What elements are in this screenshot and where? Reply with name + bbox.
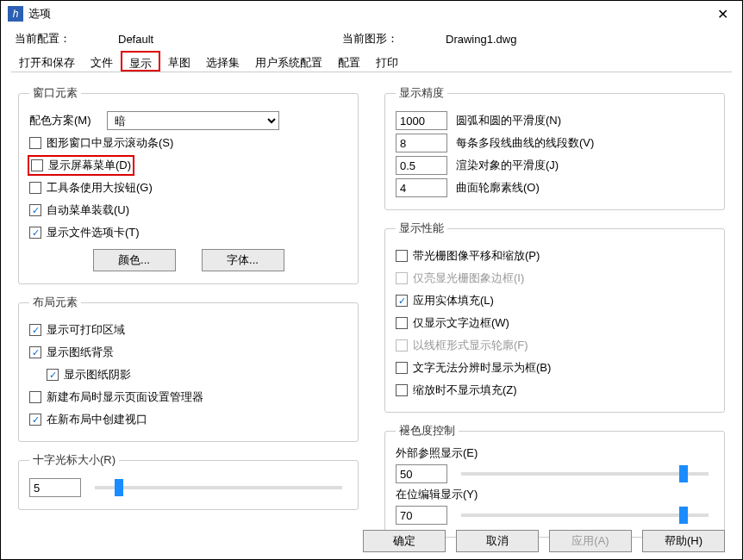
help-button[interactable]: 帮助(H): [642, 530, 725, 552]
text-as-frame-checkbox[interactable]: [396, 362, 408, 374]
tabs: 打开和保存 文件 显示 草图 选择集 用户系统配置 配置 打印: [1, 51, 742, 73]
raster-pan-label: 带光栅图像平移和缩放(P): [413, 248, 540, 264]
cancel-button[interactable]: 取消: [456, 530, 539, 552]
create-viewport-checkbox[interactable]: [29, 414, 41, 426]
text-frame-label: 仅显示文字边框(W): [413, 315, 509, 331]
tab-sketch[interactable]: 草图: [160, 51, 198, 72]
scrollbars-label: 图形窗口中显示滚动条(S): [47, 135, 173, 151]
ok-button[interactable]: 确定: [363, 530, 446, 552]
crosshair-input[interactable]: [29, 478, 81, 497]
xref-input[interactable]: [396, 464, 447, 483]
titlebar: h 选项 ✕: [1, 1, 742, 27]
page-setup-mgr-checkbox[interactable]: [29, 391, 41, 403]
paper-shadow-label: 显示图纸阴影: [64, 367, 131, 383]
printable-area-checkbox[interactable]: [29, 324, 41, 336]
raster-pan-checkbox[interactable]: [396, 250, 408, 262]
apply-button: 应用(A): [549, 530, 632, 552]
window-elements-group: 窗口元素 配色方案(M) 暗 图形窗口中显示滚动条(S) 显示屏幕菜单(D) 工…: [18, 85, 359, 284]
current-drawing-label: 当前图形：: [342, 31, 446, 47]
close-icon[interactable]: ✕: [709, 6, 735, 22]
paper-bg-checkbox[interactable]: [29, 346, 41, 358]
display-perf-legend: 显示性能: [396, 221, 447, 236]
file-tabs-label: 显示文件选项卡(T): [47, 225, 140, 240]
tab-user-system[interactable]: 用户系统配置: [247, 51, 330, 72]
text-frame-checkbox[interactable]: [396, 317, 408, 329]
right-column: 显示精度 圆弧和圆的平滑度(N) 每条多段线曲线的线段数(V) 渲染对象的平滑度…: [384, 82, 725, 548]
inplace-label: 在位编辑显示(Y): [396, 487, 714, 502]
tab-config[interactable]: 配置: [330, 51, 368, 72]
screen-menu-label: 显示屏幕菜单(D): [48, 158, 131, 173]
window-elements-legend: 窗口元素: [29, 85, 81, 101]
surface-contour-input[interactable]: [396, 178, 447, 197]
paper-bg-label: 显示图纸背景: [47, 345, 114, 360]
display-perf-group: 显示性能 带光栅图像平移和缩放(P) 仅亮显光栅图象边框(I) 应用实体填充(L…: [384, 221, 725, 413]
large-buttons-checkbox[interactable]: [29, 182, 41, 194]
render-smooth-input[interactable]: [396, 156, 447, 175]
render-smooth-label: 渲染对象的平滑度(J): [456, 158, 559, 173]
wireframe-checkbox: [396, 339, 408, 352]
printable-area-label: 显示可打印区域: [47, 322, 125, 338]
crosshair-group: 十字光标大小(R): [18, 452, 359, 510]
surface-contour-label: 曲面轮廓素线(O): [456, 180, 540, 196]
window-title: 选项: [28, 6, 709, 22]
no-fill-zoom-checkbox[interactable]: [396, 384, 408, 396]
tab-print[interactable]: 打印: [368, 51, 406, 72]
layout-elements-group: 布局元素 显示可打印区域 显示图纸背景 显示图纸阴影 新建布局时显示页面设置管理…: [18, 295, 359, 442]
tab-file[interactable]: 文件: [83, 51, 121, 72]
footer: 确定 取消 应用(A) 帮助(H): [363, 530, 725, 552]
font-button[interactable]: 字体...: [202, 249, 284, 271]
fade-legend: 褪色度控制: [396, 423, 459, 439]
no-fill-zoom-label: 缩放时不显示填充(Z): [413, 383, 517, 398]
color-scheme-select[interactable]: 暗: [107, 111, 279, 130]
solid-fill-checkbox[interactable]: [396, 295, 408, 307]
paper-shadow-checkbox[interactable]: [47, 369, 59, 381]
color-scheme-label: 配色方案(M): [29, 113, 107, 128]
config-row: 当前配置： Default 当前图形： Drawing1.dwg: [1, 27, 742, 51]
large-buttons-label: 工具条使用大按钮(G): [47, 180, 153, 196]
auto-menu-checkbox[interactable]: [29, 204, 41, 216]
arc-smooth-label: 圆弧和圆的平滑度(N): [456, 113, 561, 128]
page-setup-mgr-label: 新建布局时显示页面设置管理器: [47, 389, 203, 405]
arc-smooth-input[interactable]: [396, 111, 447, 130]
panel: 窗口元素 配色方案(M) 暗 图形窗口中显示滚动条(S) 显示屏幕菜单(D) 工…: [1, 73, 742, 557]
tab-display[interactable]: 显示: [121, 51, 160, 72]
solid-fill-label: 应用实体填充(L): [413, 293, 494, 308]
display-precision-legend: 显示精度: [396, 85, 447, 101]
highlight-raster-label: 仅亮显光栅图象边框(I): [413, 271, 524, 286]
file-tabs-checkbox[interactable]: [29, 227, 41, 239]
current-config-value: Default: [118, 33, 342, 46]
inplace-slider[interactable]: [461, 513, 709, 517]
auto-menu-label: 自动菜单装载(U): [47, 202, 129, 218]
current-config-label: 当前配置：: [15, 31, 118, 47]
current-drawing-value: Drawing1.dwg: [446, 33, 670, 46]
highlight-raster-checkbox: [396, 272, 408, 284]
tab-select-set[interactable]: 选择集: [198, 51, 247, 72]
crosshair-slider[interactable]: [95, 486, 342, 489]
layout-elements-legend: 布局元素: [29, 295, 81, 310]
tab-open-save[interactable]: 打开和保存: [11, 51, 83, 72]
polyline-segs-input[interactable]: [396, 134, 447, 152]
xref-label: 外部参照显示(E): [396, 445, 714, 461]
left-column: 窗口元素 配色方案(M) 暗 图形窗口中显示滚动条(S) 显示屏幕菜单(D) 工…: [18, 82, 359, 548]
color-button[interactable]: 颜色...: [93, 249, 176, 271]
app-icon: h: [8, 6, 23, 22]
wireframe-label: 以线框形式显示轮廓(F): [413, 338, 528, 353]
xref-slider[interactable]: [461, 472, 709, 476]
scrollbars-checkbox[interactable]: [29, 137, 41, 149]
crosshair-legend: 十字光标大小(R): [29, 452, 119, 468]
polyline-segs-label: 每条多段线曲线的线段数(V): [456, 135, 594, 151]
display-precision-group: 显示精度 圆弧和圆的平滑度(N) 每条多段线曲线的线段数(V) 渲染对象的平滑度…: [384, 85, 725, 210]
text-as-frame-label: 文字无法分辨时显示为框(B): [413, 360, 551, 376]
inplace-input[interactable]: [396, 506, 447, 525]
fade-group: 褪色度控制 外部参照显示(E) 在位编辑显示(Y): [384, 423, 725, 538]
create-viewport-label: 在新布局中创建视口: [47, 412, 147, 427]
screen-menu-checkbox[interactable]: [31, 159, 43, 171]
